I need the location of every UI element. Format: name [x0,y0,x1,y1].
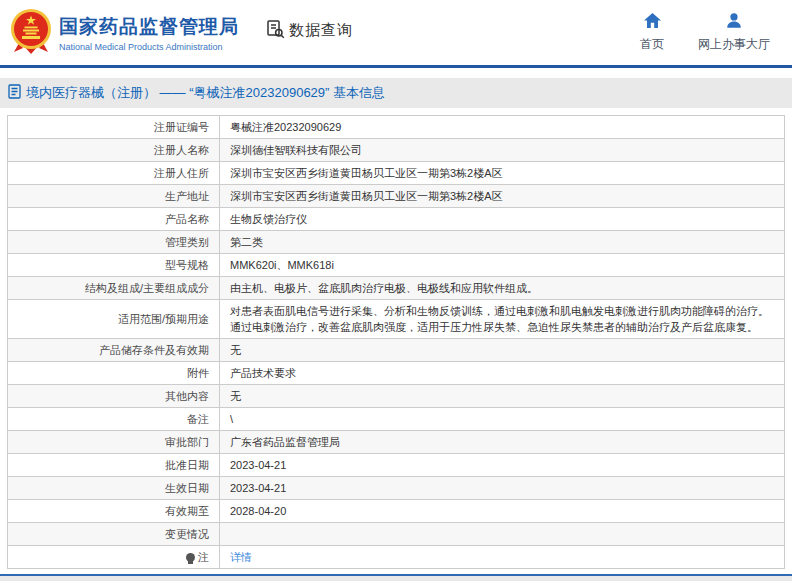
data-query-label: 数据查询 [289,21,353,40]
row-value: 第二类 [220,231,785,254]
bulb-icon [186,553,195,562]
org-names: 国家药品监督管理局 National Medical Products Admi… [59,14,239,52]
row-value: 深圳市宝安区西乡街道黄田杨贝工业区一期第3栋2楼A区 [220,162,785,185]
row-label: 注册证编号 [8,116,220,139]
person-icon [725,12,743,33]
page-title: 境内医疗器械（注册） —— “粤械注准20232090629” 基本信息 [26,84,385,102]
table-row: 注册人住所深圳市宝安区西乡街道黄田杨贝工业区一期第3栋2楼A区 [8,162,785,185]
row-value: 对患者表面肌电信号进行采集、分析和生物反馈训练，通过电刺激和肌电触发电刺激进行肌… [220,300,785,339]
row-value: \ [220,408,785,431]
row-label: 附件 [8,362,220,385]
site-header: 国家药品监督管理局 National Medical Products Admi… [0,0,792,65]
row-value: 产品技术要求 [220,362,785,385]
row-label: 产品名称 [8,208,220,231]
row-label: 变更情况 [8,523,220,546]
row-value: 无 [220,339,785,362]
row-label: 注册人住所 [8,162,220,185]
table-row: 附件产品技术要求 [8,362,785,385]
row-value: 2028-04-20 [220,500,785,523]
table-row: 批准日期2023-04-21 [8,454,785,477]
table-row: 其他内容无 [8,385,785,408]
header-nav: 首页 网上办事大厅 [640,12,770,53]
data-query-tab[interactable]: 数据查询 [265,19,353,43]
table-row: 管理类别第二类 [8,231,785,254]
data-query-icon [265,19,285,43]
info-table: 注册证编号粤械注准20232090629注册人名称深圳德佳智联科技有限公司注册人… [7,115,785,569]
table-row: 产品储存条件及有效期无 [8,339,785,362]
breadcrumb: 境内医疗器械（注册） —— “粤械注准20232090629” 基本信息 [0,78,792,108]
row-value [220,523,785,546]
row-label: 批准日期 [8,454,220,477]
table-row: 备注\ [8,408,785,431]
row-value: 无 [220,385,785,408]
home-icon [643,12,662,33]
row-value: 2023-04-21 [220,454,785,477]
row-value: 由主机、电极片、盆底肌肉治疗电极、电极线和应用软件组成。 [220,277,785,300]
footer-strip [0,576,792,581]
nav-home[interactable]: 首页 [640,12,664,53]
table-row: 注详情 [8,546,785,569]
row-label: 生效日期 [8,477,220,500]
document-icon [8,84,21,103]
row-value: 深圳德佳智联科技有限公司 [220,139,785,162]
org-name-cn: 国家药品监督管理局 [59,14,239,40]
row-label: 管理类别 [8,231,220,254]
table-row: 变更情况 [8,523,785,546]
row-label: 产品储存条件及有效期 [8,339,220,362]
row-label: 有效期至 [8,500,220,523]
header-divider [0,65,792,68]
table-row: 产品名称生物反馈治疗仪 [8,208,785,231]
table-row: 生产地址深圳市宝安区西乡街道黄田杨贝工业区一期第3栋2楼A区 [8,185,785,208]
row-label: 结构及组成/主要组成成分 [8,277,220,300]
row-value: 生物反馈治疗仪 [220,208,785,231]
row-label: 型号规格 [8,254,220,277]
row-value: 深圳市宝安区西乡街道黄田杨贝工业区一期第3栋2楼A区 [220,185,785,208]
table-row: 生效日期2023-04-21 [8,477,785,500]
table-row: 注册证编号粤械注准20232090629 [8,116,785,139]
row-value: MMK620i、MMK618i [220,254,785,277]
table-row: 适用范围/预期用途对患者表面肌电信号进行采集、分析和生物反馈训练，通过电刺激和肌… [8,300,785,339]
row-label: 生产地址 [8,185,220,208]
row-label: 其他内容 [8,385,220,408]
nav-service-hall-label: 网上办事大厅 [698,36,770,53]
detail-link[interactable]: 详情 [230,551,252,563]
table-row: 注册人名称深圳德佳智联科技有限公司 [8,139,785,162]
row-label: 适用范围/预期用途 [8,300,220,339]
nav-home-label: 首页 [640,36,664,53]
row-label: 审批部门 [8,431,220,454]
nmpa-emblem-icon [10,8,52,58]
row-label: 备注 [8,408,220,431]
row-label: 注册人名称 [8,139,220,162]
org-name-en: National Medical Products Administration [59,42,239,52]
nav-service-hall[interactable]: 网上办事大厅 [698,12,770,53]
row-value: 详情 [220,546,785,569]
row-value: 2023-04-21 [220,477,785,500]
row-value: 粤械注准20232090629 [220,116,785,139]
table-row: 结构及组成/主要组成成分由主机、电极片、盆底肌肉治疗电极、电极线和应用软件组成。 [8,277,785,300]
row-label: 注 [8,546,220,569]
table-row: 有效期至2028-04-20 [8,500,785,523]
row-value: 广东省药品监督管理局 [220,431,785,454]
table-row: 型号规格MMK620i、MMK618i [8,254,785,277]
table-row: 审批部门广东省药品监督管理局 [8,431,785,454]
